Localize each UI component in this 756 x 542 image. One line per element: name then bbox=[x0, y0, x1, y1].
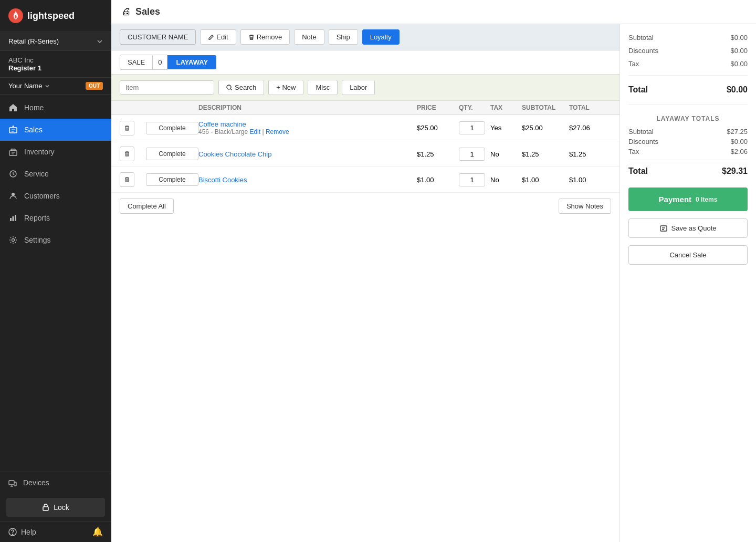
svg-point-2 bbox=[13, 126, 14, 127]
item-tax: No bbox=[490, 150, 522, 158]
trash-icon bbox=[124, 151, 130, 157]
delete-button[interactable] bbox=[120, 147, 134, 161]
sidebar-item-label: Sales bbox=[24, 126, 43, 134]
item-search-wrap bbox=[120, 80, 214, 95]
layaway-tab[interactable]: LAYAWAY bbox=[167, 55, 216, 69]
home-icon bbox=[8, 103, 18, 112]
item-price: $1.00 bbox=[417, 176, 459, 184]
quantity-input[interactable] bbox=[459, 173, 485, 186]
complete-all-button[interactable]: Complete All bbox=[120, 199, 174, 214]
total-value: $0.00 bbox=[727, 85, 748, 95]
trash-icon bbox=[248, 34, 255, 40]
col-tax: TAX bbox=[490, 104, 522, 111]
item-description: Biscotti Cookies bbox=[198, 176, 417, 184]
payment-items-badge: 0 Items bbox=[696, 196, 717, 203]
tax-row: Tax $0.00 bbox=[628, 59, 748, 69]
item-total: $27.06 bbox=[569, 124, 611, 132]
remove-link[interactable]: Remove bbox=[266, 128, 289, 136]
delete-button[interactable] bbox=[120, 121, 134, 136]
lay-total-label: Total bbox=[628, 166, 648, 176]
quantity-input[interactable] bbox=[459, 148, 485, 161]
svg-rect-4 bbox=[11, 149, 15, 151]
tax-value: $0.00 bbox=[730, 60, 748, 68]
sidebar-item-inventory[interactable]: Inventory bbox=[0, 141, 111, 163]
complete-button[interactable]: Complete bbox=[146, 173, 198, 186]
search-bar: Search + New Misc Labor bbox=[111, 75, 620, 101]
new-button[interactable]: + New bbox=[268, 80, 303, 95]
item-price: $1.25 bbox=[417, 150, 459, 158]
sidebar-item-label: Home bbox=[24, 103, 44, 112]
items-table: Complete Coffee machine 456 - Black/Larg… bbox=[111, 115, 620, 542]
sidebar-item-reports[interactable]: Reports bbox=[0, 207, 111, 229]
help-link[interactable]: Help bbox=[8, 528, 36, 536]
search-button[interactable]: Search bbox=[218, 80, 264, 95]
item-input[interactable] bbox=[125, 84, 178, 91]
tabs-bar: SALE 0 LAYAWAY bbox=[111, 50, 620, 75]
item-price: $25.00 bbox=[417, 124, 459, 132]
sale-tab-count[interactable]: 0 bbox=[153, 55, 167, 70]
right-panel: Subtotal $0.00 Discounts $0.00 Tax $0.00… bbox=[620, 24, 756, 542]
lay-discounts-label: Discounts bbox=[628, 138, 658, 145]
table-footer: Complete All Show Notes bbox=[111, 193, 620, 219]
discounts-label: Discounts bbox=[628, 47, 658, 55]
remove-button[interactable]: Remove bbox=[240, 29, 290, 45]
svg-rect-9 bbox=[15, 215, 16, 221]
logo: lightspeed bbox=[0, 0, 111, 32]
sidebar-item-label: Reports bbox=[24, 214, 50, 222]
quantity-input[interactable] bbox=[459, 121, 485, 134]
user-name[interactable]: Your Name bbox=[8, 82, 50, 90]
lay-tax-row: Tax $2.06 bbox=[628, 147, 748, 157]
total-label: Total bbox=[628, 85, 648, 95]
sidebar-item-devices[interactable]: Devices bbox=[0, 472, 111, 494]
layaway-totals-section: LAYAWAY TOTALS Subtotal $27.25 Discounts… bbox=[628, 115, 748, 179]
col-price: PRICE bbox=[417, 104, 459, 111]
logo-icon bbox=[8, 8, 23, 23]
lay-subtotal-value: $27.25 bbox=[727, 128, 748, 136]
note-button[interactable]: Note bbox=[294, 29, 324, 45]
svg-point-15 bbox=[227, 85, 231, 89]
sidebar-item-label: Inventory bbox=[24, 148, 55, 156]
delete-button[interactable] bbox=[120, 172, 134, 187]
store-selector[interactable]: Retail (R-Series) bbox=[0, 32, 111, 51]
chevron-down-icon bbox=[45, 84, 50, 89]
lock-icon bbox=[42, 504, 49, 511]
sidebar-item-label: Settings bbox=[24, 236, 51, 244]
subtotal-row: Subtotal $0.00 bbox=[628, 33, 748, 43]
save-as-quote-button[interactable]: Save as Quote bbox=[628, 218, 748, 238]
customer-name-button[interactable]: CUSTOMER NAME bbox=[120, 29, 196, 45]
top-bar: 🖨 Sales bbox=[111, 0, 756, 24]
item-name[interactable]: Coffee machine bbox=[198, 120, 417, 128]
discounts-value: $0.00 bbox=[730, 47, 748, 55]
item-name[interactable]: Cookies Chocolate Chip bbox=[198, 150, 417, 158]
service-icon bbox=[8, 169, 18, 179]
sidebar-item-sales[interactable]: Sales bbox=[0, 119, 111, 141]
payment-button[interactable]: Payment 0 Items bbox=[628, 187, 748, 211]
labor-button[interactable]: Labor bbox=[342, 80, 375, 95]
trash-icon bbox=[124, 125, 130, 131]
edit-button[interactable]: Edit bbox=[200, 29, 236, 45]
lay-total-value: $29.31 bbox=[722, 166, 748, 176]
item-description: Coffee machine 456 - Black/Large Edit | … bbox=[198, 120, 417, 136]
item-name[interactable]: Biscotti Cookies bbox=[198, 176, 417, 184]
lay-tax-value: $2.06 bbox=[730, 148, 748, 155]
lock-button[interactable]: Lock bbox=[6, 498, 105, 517]
sidebar-item-customers[interactable]: Customers bbox=[0, 185, 111, 207]
sidebar-item-settings[interactable]: Settings bbox=[0, 229, 111, 251]
notification-bell-icon[interactable]: 🔔 bbox=[92, 527, 103, 537]
item-description: Cookies Chocolate Chip bbox=[198, 150, 417, 158]
cancel-sale-button[interactable]: Cancel Sale bbox=[628, 245, 748, 265]
complete-button[interactable]: Complete bbox=[146, 122, 198, 134]
misc-button[interactable]: Misc bbox=[308, 80, 338, 95]
sale-tab[interactable]: SALE bbox=[120, 55, 153, 70]
show-notes-button[interactable]: Show Notes bbox=[559, 199, 611, 214]
loyalty-button[interactable]: Loyalty bbox=[362, 29, 400, 45]
sidebar-item-home[interactable]: Home bbox=[0, 97, 111, 119]
complete-button[interactable]: Complete bbox=[146, 148, 198, 160]
lay-tax-label: Tax bbox=[628, 148, 639, 155]
divider bbox=[628, 75, 748, 76]
sidebar-item-service[interactable]: Service bbox=[0, 163, 111, 185]
lay-subtotal-label: Subtotal bbox=[628, 128, 654, 136]
sales-panel: CUSTOMER NAME Edit Remove Note Ship Loya… bbox=[111, 24, 620, 542]
edit-link[interactable]: Edit bbox=[249, 128, 260, 136]
ship-button[interactable]: Ship bbox=[329, 29, 358, 45]
